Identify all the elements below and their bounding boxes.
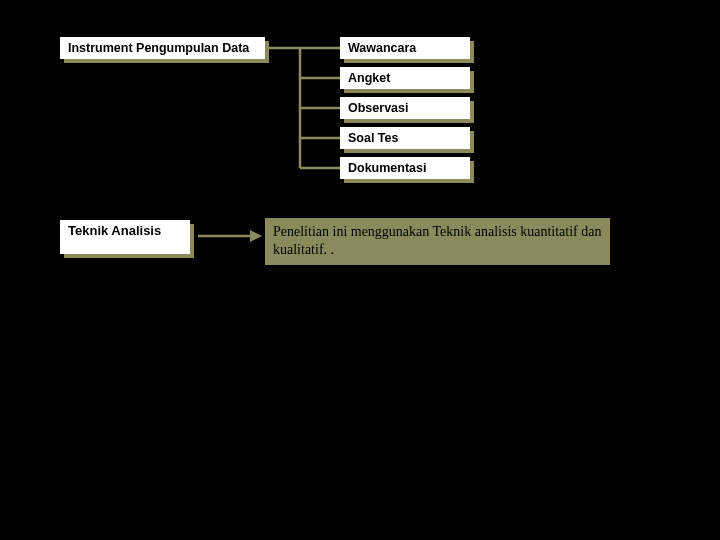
instrument-item-box: Observasi (340, 97, 470, 119)
instrument-item-label: Angket (340, 67, 470, 89)
instrument-title-box: Instrument Pengumpulan Data (60, 37, 265, 59)
instrument-item-box: Soal Tes (340, 127, 470, 149)
instrument-item-label: Dokumentasi (340, 157, 470, 179)
instrument-item-box: Dokumentasi (340, 157, 470, 179)
teknik-title-box: Teknik Analisis (60, 220, 190, 254)
instrument-item-label: Soal Tes (340, 127, 470, 149)
svg-marker-8 (250, 230, 262, 242)
teknik-description: Penelitian ini menggunakan Teknik analis… (265, 218, 610, 265)
teknik-title: Teknik Analisis (60, 220, 190, 254)
instrument-item-label: Observasi (340, 97, 470, 119)
instrument-item-box: Angket (340, 67, 470, 89)
instrument-item-label: Wawancara (340, 37, 470, 59)
instrument-item-box: Wawancara (340, 37, 470, 59)
instrument-title: Instrument Pengumpulan Data (60, 37, 265, 59)
